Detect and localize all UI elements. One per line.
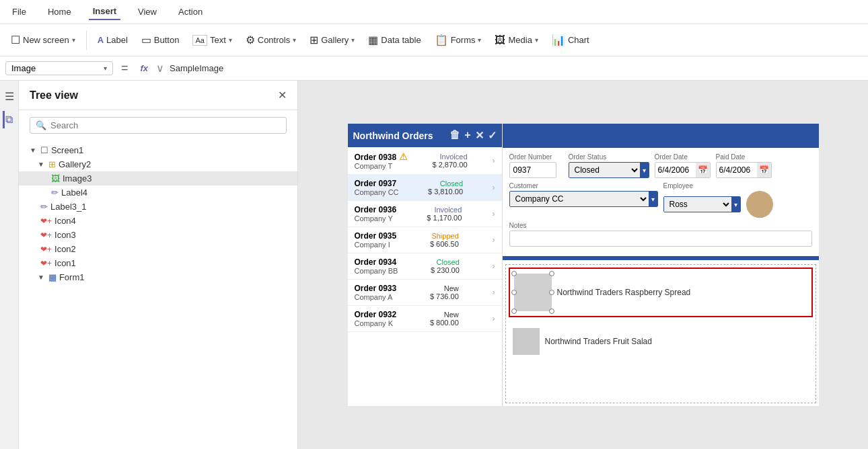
order-0932-arrow: › (492, 314, 495, 323)
tree-item-label3-1[interactable]: ✏ Label3_1 (19, 200, 297, 214)
paid-date-cal-icon[interactable]: 📅 (757, 163, 771, 177)
order-status-label: Order Status (569, 153, 649, 161)
form1-icon: ▦ (48, 272, 57, 282)
chart-button[interactable]: 📊 Chart (546, 31, 595, 49)
order-number-input[interactable] (509, 162, 556, 178)
tree-item-icon4[interactable]: ❤+ Icon4 (19, 214, 297, 228)
tree-item-form1[interactable]: ▼ ▦ Form1 (19, 270, 297, 284)
menu-file[interactable]: File (8, 4, 30, 19)
employee-avatar (746, 191, 773, 218)
nw-add-icon[interactable]: + (464, 129, 470, 142)
field-order-date: Order Date 📅 (655, 153, 711, 178)
screen1-icon: ☐ (40, 145, 48, 155)
order-0938-num: Order 0938 ⚠ (355, 151, 408, 162)
tree-item-image3[interactable]: 🖼 Image3 (19, 171, 297, 186)
products-header-bar (503, 256, 819, 260)
order-0933-arrow: › (492, 288, 495, 297)
handle-tl[interactable] (511, 271, 517, 276)
nw-close-icon[interactable]: ✕ (475, 129, 484, 142)
order-item-0932[interactable]: Order 0932 Company K New $ 800.00 › (348, 306, 502, 332)
order-0935-num: Order 0935 (355, 231, 397, 241)
new-screen-button[interactable]: ☐ New screen ▾ (5, 31, 81, 49)
media-button[interactable]: 🖼 Media ▾ (489, 32, 543, 49)
svg-point-0 (754, 195, 765, 206)
order-date-cal-icon[interactable]: 📅 (696, 163, 710, 177)
employee-caret: ▾ (731, 197, 740, 212)
icon3-tree-icon: ❤+ (40, 231, 52, 240)
order-date-input[interactable] (655, 162, 696, 178)
datatable-button[interactable]: ▦ Data table (363, 31, 426, 49)
product-2-image (513, 328, 540, 355)
gallery2-icon: ⊞ (48, 159, 56, 169)
field-order-status: Order Status Closed ▾ (569, 153, 649, 178)
order-status-caret: ▾ (640, 163, 649, 177)
field-order-number: Order Number (509, 153, 563, 178)
menu-insert[interactable]: Insert (89, 3, 120, 20)
field-employee: Employee Ross ▾ (663, 182, 812, 218)
paid-date-input[interactable] (717, 162, 757, 178)
order-item-0938[interactable]: Order 0938 ⚠ Company T Invoiced $ 2,870.… (348, 147, 502, 175)
order-0934-num: Order 0934 (355, 257, 398, 267)
forms-icon: 📋 (435, 34, 448, 46)
forms-button[interactable]: 📋 Forms ▾ (429, 31, 487, 49)
button-button[interactable]: ▭ Button (136, 31, 185, 49)
order-0936-arrow: › (493, 209, 495, 218)
order-0935-company: Company I (355, 241, 397, 249)
search-icon: 🔍 (36, 120, 46, 130)
gallery-button[interactable]: ⊞ Gallery ▾ (304, 31, 360, 49)
paid-date-label: Paid Date (716, 153, 772, 161)
order-item-0936[interactable]: Order 0936 Company Y Invoiced $ 1,170.00… (348, 201, 502, 227)
handle-bl[interactable] (511, 309, 517, 314)
controls-button[interactable]: ⚙ Controls ▾ (240, 31, 301, 49)
employee-select[interactable]: Ross (664, 196, 731, 212)
formula-input[interactable] (168, 62, 863, 75)
tree-item-label4[interactable]: ✏ Label4 (19, 186, 297, 200)
canvas-area: Northwind Orders 🗑 + ✕ ✓ Order 0938 ⚠ Co… (298, 81, 868, 449)
menu-action[interactable]: Action (174, 4, 207, 19)
handle-mr[interactable] (549, 290, 554, 295)
icon2-label: Icon2 (55, 244, 76, 254)
datatable-icon: ▦ (368, 34, 378, 46)
formula-selector[interactable]: Image ▾ (5, 61, 113, 75)
menu-view[interactable]: View (134, 4, 161, 19)
notes-input[interactable] (509, 231, 812, 247)
icon2-tree-icon: ❤+ (40, 245, 52, 254)
order-item-0937[interactable]: Order 0937 Company CC Closed $ 3,810.00 … (348, 175, 502, 201)
hamburger-icon[interactable]: ☰ (2, 87, 17, 106)
nw-check-icon[interactable]: ✓ (488, 129, 497, 142)
order-status-select[interactable]: Closed (569, 162, 640, 178)
handle-ml[interactable] (511, 290, 517, 295)
text-caret: ▾ (229, 36, 232, 44)
handle-br[interactable] (549, 309, 554, 314)
customer-select[interactable]: Company CC (510, 191, 649, 207)
gallery2-label: Gallery2 (59, 159, 91, 169)
form-row-3: Notes (509, 222, 812, 247)
order-item-0934[interactable]: Order 0934 Company BB Closed $ 230.00 › (348, 253, 502, 280)
product-selected-box[interactable]: Northwind Traders Raspberry Spread (509, 268, 813, 317)
tree-item-gallery2[interactable]: ▼ ⊞ Gallery2 (19, 157, 297, 171)
tree-item-icon2[interactable]: ❤+ Icon2 (19, 242, 297, 256)
text-button[interactable]: Aa Text ▾ (187, 32, 237, 48)
product-2-name: Northwind Traders Fruit Salad (545, 337, 652, 346)
nw-trash-icon[interactable]: 🗑 (449, 129, 460, 142)
label4-label: Label4 (61, 188, 87, 198)
layers-icon[interactable]: ⧉ (3, 111, 15, 128)
order-0937-company: Company CC (355, 188, 399, 196)
label3-1-icon: ✏ (40, 202, 48, 212)
order-status-select-wrap: Closed ▾ (569, 162, 649, 178)
menu-home[interactable]: Home (44, 4, 75, 19)
order-item-0933[interactable]: Order 0933 Company A New $ 736.00 › (348, 280, 502, 306)
search-input[interactable] (50, 120, 281, 130)
product-2-item[interactable]: Northwind Traders Fruit Salad (509, 324, 813, 359)
label-button[interactable]: A Label (92, 32, 133, 48)
formula-expand-icon[interactable]: ∨ (156, 62, 164, 75)
order-item-0935[interactable]: Order 0935 Company I Shipped $ 606.50 › (348, 227, 502, 253)
tree-item-icon1[interactable]: ❤+ Icon1 (19, 256, 297, 270)
tree-item-screen1[interactable]: ▼ ☐ Screen1 (19, 143, 297, 157)
tree-item-icon3[interactable]: ❤+ Icon3 (19, 228, 297, 242)
handle-tr[interactable] (549, 271, 554, 276)
panel-close-button[interactable]: ✕ (278, 89, 287, 101)
toolbar: ☐ New screen ▾ A Label ▭ Button Aa Text … (0, 24, 868, 56)
order-0932-amount: $ 800.00 (430, 319, 459, 327)
field-notes: Notes (509, 222, 812, 247)
